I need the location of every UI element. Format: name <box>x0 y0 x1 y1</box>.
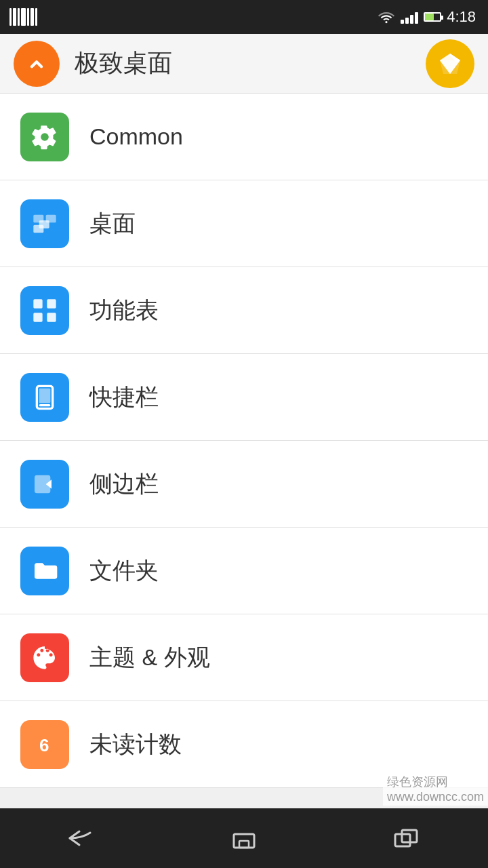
chevron-up-icon <box>25 52 48 75</box>
folder-icon-container <box>20 547 69 595</box>
grid-icon <box>31 297 58 324</box>
function-table-label: 功能表 <box>89 295 159 326</box>
menu-item-sidebar[interactable]: 侧边栏 <box>0 441 488 528</box>
menu-item-common[interactable]: Common <box>0 94 488 180</box>
svg-rect-7 <box>33 224 43 233</box>
svg-rect-13 <box>39 388 51 403</box>
premium-badge[interactable] <box>426 39 474 88</box>
sidebar-icon-container <box>20 460 69 509</box>
svg-rect-6 <box>46 214 56 222</box>
folder-label: 文件夹 <box>89 555 159 587</box>
sidebar-label: 侧边栏 <box>89 469 159 500</box>
quickbar-icon-container <box>20 373 69 422</box>
quickbar-label: 快捷栏 <box>89 382 159 413</box>
nav-recents-button[interactable] <box>386 818 427 859</box>
theme-label: 主题 & 外观 <box>89 642 210 673</box>
theme-icon-container <box>20 633 69 682</box>
svg-rect-14 <box>39 404 51 406</box>
desktop-label: 桌面 <box>89 208 136 239</box>
folder-icon <box>31 557 58 585</box>
svg-rect-10 <box>33 313 42 321</box>
unread-label: 未读计数 <box>89 729 182 760</box>
menu-item-function-table[interactable]: 功能表 <box>0 267 488 354</box>
sidebar-arrow-icon <box>31 471 58 498</box>
svg-rect-8 <box>33 299 42 308</box>
bottom-nav <box>0 808 488 868</box>
nav-back-button[interactable] <box>61 818 102 859</box>
settings-icon <box>31 123 58 151</box>
menu-list: Common 桌面 功能表 <box>0 94 488 808</box>
svg-rect-11 <box>47 313 56 321</box>
status-icons: 4:18 <box>378 8 476 26</box>
menu-item-desktop[interactable]: 桌面 <box>0 180 488 267</box>
phone-bar-icon <box>31 384 58 411</box>
svg-text:6: 6 <box>39 735 49 755</box>
common-icon <box>20 113 69 161</box>
menu-item-quickbar[interactable]: 快捷栏 <box>0 354 488 441</box>
back-button[interactable] <box>14 41 60 87</box>
signal-icon <box>401 10 418 24</box>
badge-6-icon: 6 <box>31 731 58 758</box>
battery-icon <box>424 12 441 22</box>
back-nav-icon <box>66 826 97 850</box>
common-label: Common <box>89 123 183 150</box>
barcode-icon <box>9 8 37 26</box>
app-header: 极致桌面 <box>0 34 488 94</box>
recents-nav-icon <box>391 826 422 850</box>
wifi-icon <box>378 10 395 24</box>
desktop-icon-container <box>20 199 69 248</box>
gem-icon <box>436 50 464 77</box>
function-table-icon-container <box>20 286 69 335</box>
menu-item-folder[interactable]: 文件夹 <box>0 528 488 614</box>
home-nav-icon <box>228 826 260 850</box>
status-bar: 4:18 <box>0 0 488 34</box>
svg-rect-9 <box>47 299 56 308</box>
desktop-icon <box>31 210 58 237</box>
unread-icon-container: 6 <box>20 720 69 769</box>
menu-item-theme[interactable]: 主题 & 外观 <box>0 614 488 701</box>
status-time: 4:18 <box>447 8 476 26</box>
nav-home-button[interactable] <box>224 818 264 859</box>
app-title: 极致桌面 <box>75 47 426 80</box>
palette-icon <box>31 644 58 671</box>
menu-item-unread[interactable]: 6 未读计数 <box>0 701 488 788</box>
